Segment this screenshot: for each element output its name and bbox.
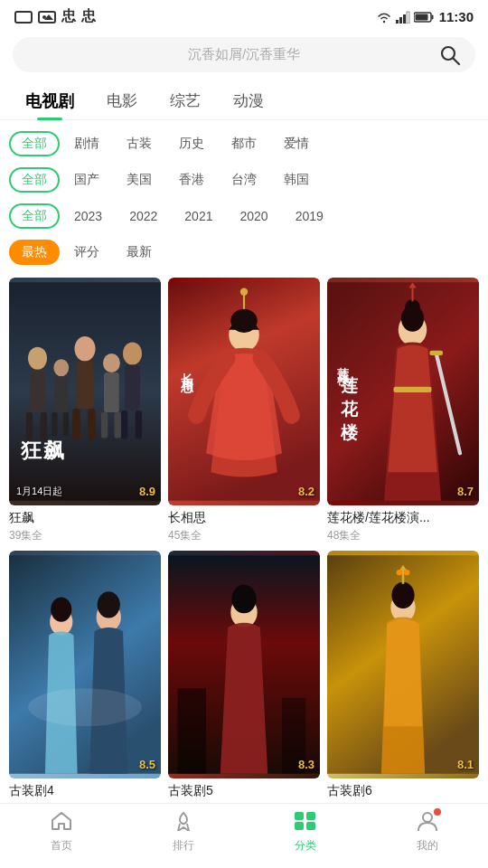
movie-card-6[interactable]: 8.1 古装剧6 42集全 (327, 551, 479, 816)
svg-text:狂飙: 狂飙 (20, 439, 66, 463)
svg-rect-72 (306, 822, 315, 830)
movie-card-1[interactable]: 狂飙 8.9 1月14日起 狂飙 39集全 (9, 278, 161, 543)
movie-title-4: 古装剧4 (9, 783, 161, 799)
poster-4-art (9, 551, 161, 778)
home-icon (51, 811, 72, 835)
filter-genre-drama[interactable]: 剧情 (61, 131, 112, 156)
svg-line-11 (454, 58, 460, 64)
svg-rect-3 (396, 20, 399, 24)
movie-title-1: 狂飙 (9, 510, 161, 526)
tab-movie[interactable]: 电影 (90, 83, 154, 119)
svg-point-21 (123, 342, 142, 364)
nav-mine[interactable]: 我的 (400, 811, 455, 854)
svg-point-25 (53, 359, 69, 376)
filter-genre-costume[interactable]: 古装 (114, 131, 164, 156)
poster-3-art: 莲花楼 莲 花 楼 (327, 278, 479, 505)
svg-rect-52 (9, 555, 161, 774)
nav-category[interactable]: 分类 (278, 811, 333, 854)
svg-point-57 (28, 688, 142, 726)
movie-card-4[interactable]: 8.5 古装剧4 36集全 (9, 551, 161, 816)
movie-thumb-6: 8.1 (327, 551, 479, 778)
filter-year-2021[interactable]: 2021 (172, 204, 225, 228)
svg-rect-19 (72, 409, 80, 440)
svg-point-54 (51, 597, 71, 621)
filter-genre-all[interactable]: 全部 (9, 131, 60, 156)
filter-year-2019[interactable]: 2019 (283, 204, 336, 228)
movie-card-5[interactable]: 8.3 古装剧5 40集全 (168, 551, 320, 816)
svg-rect-47 (429, 351, 443, 355)
filter-region-all[interactable]: 全部 (9, 167, 60, 193)
filter-genre-city[interactable]: 都市 (219, 131, 269, 156)
svg-point-29 (103, 354, 120, 373)
svg-rect-4 (399, 17, 402, 24)
svg-rect-69 (295, 812, 304, 820)
signal-icon (396, 11, 410, 24)
filter-region-tw[interactable]: 台湾 (219, 167, 269, 193)
search-button[interactable] (434, 39, 466, 71)
svg-point-65 (391, 582, 414, 609)
nav-rank-label: 排行 (173, 838, 194, 854)
svg-point-68 (404, 570, 409, 575)
filter-region-row: 全部 国产 美国 香港 台湾 韩国 (0, 162, 488, 198)
time-display: 11:30 (439, 9, 474, 24)
zhong-icon2: 忠 (81, 7, 96, 26)
rating-4: 8.5 (139, 758, 155, 771)
movie-card-2[interactable]: 长相思 8.2 长相思 45集全 (168, 278, 320, 543)
notification-dot (434, 808, 441, 816)
nav-home[interactable]: 首页 (34, 811, 89, 854)
filter-sort-newest[interactable]: 最新 (114, 240, 164, 265)
svg-point-73 (423, 813, 432, 822)
rating-6: 8.1 (457, 758, 474, 771)
filter-year-all[interactable]: 全部 (9, 203, 60, 229)
nav-rank[interactable]: 排行 (156, 811, 211, 854)
svg-text:楼: 楼 (340, 424, 359, 443)
filter-sort-hot[interactable]: 最热 (9, 240, 60, 265)
filter-genre-romance[interactable]: 爱情 (271, 131, 322, 156)
search-icon (439, 44, 461, 66)
nav-mine-label: 我的 (417, 838, 438, 854)
rating-2: 8.2 (298, 485, 314, 498)
tab-tv[interactable]: 电视剧 (9, 83, 90, 119)
filter-region-cn[interactable]: 国产 (61, 167, 112, 193)
filter-genre-history[interactable]: 历史 (166, 131, 217, 156)
nav-home-label: 首页 (51, 838, 72, 854)
svg-rect-26 (54, 376, 68, 412)
movie-title-6: 古装剧6 (327, 783, 479, 799)
image-icon (38, 11, 56, 24)
movie-episodes-1: 39集全 (9, 528, 161, 543)
svg-rect-44 (405, 299, 420, 320)
filter-region-kr[interactable]: 韩国 (271, 167, 322, 193)
tab-variety[interactable]: 综艺 (154, 83, 217, 119)
filter-sort-rating[interactable]: 评分 (61, 240, 112, 265)
filter-year-2023[interactable]: 2023 (61, 204, 115, 228)
movie-episodes-2: 45集全 (168, 528, 320, 543)
movie-episodes-3: 48集全 (327, 528, 479, 543)
movie-grid: 狂飙 8.9 1月14日起 狂飙 39集全 (0, 270, 488, 824)
status-right-icons: 11:30 (376, 9, 474, 24)
svg-rect-71 (295, 822, 304, 830)
search-bar[interactable]: 沉香如屑/沉香重华 (13, 37, 475, 72)
filter-year-2020[interactable]: 2020 (227, 204, 280, 228)
movie-thumb-1: 狂飙 8.9 1月14日起 (9, 278, 161, 505)
svg-rect-5 (403, 14, 406, 24)
svg-rect-16 (41, 412, 47, 441)
filter-region-hk[interactable]: 香港 (166, 167, 217, 193)
rating-1: 8.9 (139, 485, 155, 498)
svg-point-38 (240, 288, 248, 296)
main-tabs: 电视剧 电影 综艺 动漫 (0, 83, 488, 120)
movie-card-3[interactable]: 莲花楼 莲 花 楼 8.7 莲花楼/莲花楼演... 48集全 (327, 278, 479, 543)
poster-1-art: 狂飙 (9, 278, 161, 505)
svg-text:莲: 莲 (341, 376, 359, 395)
wifi-icon (376, 11, 392, 24)
filter-region-us[interactable]: 美国 (114, 167, 164, 193)
tab-anime[interactable]: 动漫 (217, 83, 280, 119)
poster-5-art (168, 551, 320, 778)
svg-rect-24 (136, 410, 142, 439)
filter-year-2022[interactable]: 2022 (117, 204, 170, 228)
date-1: 1月14日起 (16, 485, 62, 498)
svg-rect-20 (88, 409, 95, 440)
filter-year-row: 全部 2023 2022 2021 2020 2019 (0, 198, 488, 234)
movie-title-5: 古装剧5 (168, 783, 320, 799)
svg-rect-70 (306, 812, 315, 820)
svg-rect-15 (26, 412, 33, 441)
